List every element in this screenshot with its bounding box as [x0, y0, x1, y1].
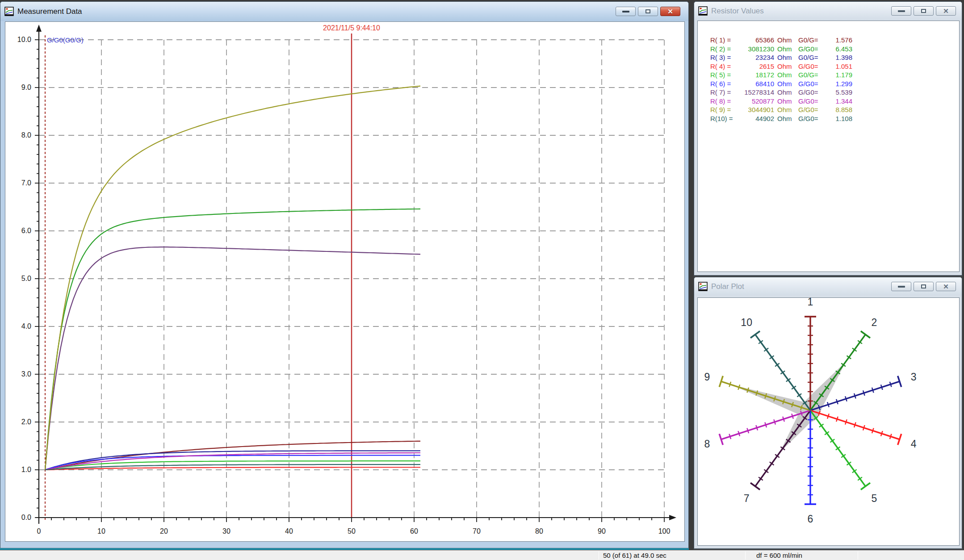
minimize-button[interactable] — [891, 282, 911, 291]
ratio-label: G/G0= — [794, 115, 826, 122]
resistor-client-area: R( 1) =65366OhmG0/G=1.576R( 2) =3081230O… — [697, 21, 960, 272]
minimize-icon — [898, 10, 905, 12]
polar-arm-4 — [810, 410, 901, 445]
resistance-value: 3044901 — [733, 106, 774, 113]
y-tick-label: 0.0 — [21, 514, 31, 521]
arm-label-2: 2 — [871, 317, 877, 328]
resistance-value: 44902 — [733, 115, 774, 122]
resistance-value: 3081230 — [733, 45, 774, 53]
arm-end-cap — [750, 331, 760, 338]
maximize-button[interactable] — [914, 6, 934, 16]
ratio-value: 1.051 — [826, 63, 852, 70]
resistor-row-2: R( 2) =3081230OhmG/G0=6.453 — [710, 45, 959, 54]
resistor-row-3: R( 3) =23234OhmG0/G=1.398 — [710, 53, 959, 62]
arm-label-7: 7 — [744, 493, 750, 504]
grid-lines — [39, 40, 666, 518]
ratio-label: G/G0= — [794, 97, 826, 105]
ratio-value: 8.858 — [826, 106, 852, 113]
resistor-row-9: R( 9) =3044901OhmG/G0=8.858 — [710, 105, 959, 114]
y-tick-label: 10.0 — [17, 36, 31, 43]
x-tick-label: 70 — [473, 527, 481, 535]
resistor-row-6: R( 6) =68410OhmG/G0=1.299 — [710, 79, 959, 88]
measurement-data-window: Measurement Data ✕ 010203040506070809010… — [0, 1, 689, 548]
maximize-button[interactable] — [638, 7, 658, 16]
arm-label-8: 8 — [704, 438, 710, 450]
ratio-label: G0/G= — [794, 54, 826, 61]
resistance-unit: Ohm — [774, 36, 794, 44]
resistance-unit: Ohm — [774, 115, 794, 122]
app-chart-icon — [4, 7, 14, 16]
axis-ticks — [35, 40, 664, 522]
resistor-label: R( 1) = — [710, 36, 733, 44]
resistor-row-1: R( 1) =65366OhmG0/G=1.576 — [710, 36, 959, 45]
y-tick-label: 5.0 — [21, 275, 31, 282]
resistance-value: 520877 — [733, 97, 774, 105]
polar-arm-7 — [750, 410, 810, 490]
ratio-value: 1.108 — [826, 115, 852, 122]
status-separator — [745, 552, 746, 560]
polar-titlebar[interactable]: Polar Plot ✕ — [694, 277, 962, 296]
maximize-button[interactable] — [914, 282, 934, 291]
close-button[interactable]: ✕ — [936, 282, 956, 291]
app-chart-icon — [698, 282, 708, 291]
y-tick-label: 4.0 — [21, 322, 31, 330]
resistance-value: 68410 — [733, 80, 774, 88]
ratio-value: 1.576 — [826, 36, 852, 44]
resistor-label: R( 8) = — [710, 97, 733, 105]
resistance-value: 15278314 — [733, 88, 774, 96]
minimize-button[interactable] — [616, 7, 636, 16]
y-tick-label: 6.0 — [21, 227, 31, 234]
ratio-label: G/G0= — [794, 80, 826, 88]
resistance-value: 23234 — [733, 54, 774, 61]
measurement-chart[interactable]: 01020304050607080901000.01.02.03.04.05.0… — [5, 22, 685, 542]
status-separator — [858, 552, 858, 560]
resistance-unit: Ohm — [774, 106, 794, 113]
resistor-label: R( 9) = — [710, 106, 733, 113]
ratio-label: G0/G= — [794, 36, 826, 44]
minimize-icon — [898, 286, 905, 288]
arm-label-9: 9 — [704, 371, 710, 383]
polar-arm-5 — [810, 410, 870, 490]
resistor-label: R( 6) = — [710, 80, 733, 88]
window-title: Polar Plot — [711, 282, 744, 291]
resistor-label: R( 4) = — [710, 63, 733, 70]
polar-plot-window: Polar Plot ✕ 12345678910 — [694, 277, 962, 549]
resistor-values-window: Resistor Values ✕ R( 1) =65366OhmG0/G=1.… — [694, 1, 962, 276]
y-tick-label: 1.0 — [21, 466, 31, 473]
close-button[interactable]: ✕ — [936, 6, 956, 16]
minimize-button[interactable] — [891, 6, 911, 16]
resistor-row-7: R( 7) =15278314OhmG/G0=5.539 — [710, 88, 959, 97]
maximize-icon — [921, 284, 926, 288]
resistance-unit: Ohm — [774, 80, 794, 88]
x-tick-label: 30 — [222, 527, 231, 535]
close-button[interactable]: ✕ — [660, 7, 680, 16]
y-tick-label: 3.0 — [21, 370, 31, 378]
x-tick-label: 0 — [37, 527, 41, 535]
resistor-row-10: R(10) =44902OhmG/G0=1.108 — [710, 114, 959, 123]
ratio-value: 1.299 — [826, 80, 852, 88]
status-sample-position: 50 (of 61) at 49.0 sec — [603, 552, 666, 559]
resistor-row-8: R( 8) =520877OhmG/G0=1.344 — [710, 97, 959, 106]
resistance-unit: Ohm — [774, 71, 794, 79]
app-chart-icon — [698, 6, 708, 16]
ratio-label: G/G0= — [794, 45, 826, 53]
minimize-icon — [622, 11, 629, 13]
arm-end-cap — [750, 483, 760, 489]
ratio-value: 5.539 — [826, 88, 852, 96]
resistance-value: 2615 — [733, 63, 774, 70]
x-tick-label: 60 — [410, 527, 418, 535]
status-flow-rate: df = 600 ml/min — [756, 552, 802, 559]
arm-end-cap — [861, 483, 870, 489]
chart-client-area: 01020304050607080901000.01.02.03.04.05.0… — [5, 21, 685, 542]
ratio-value: 1.344 — [826, 97, 852, 105]
x-tick-label: 90 — [598, 527, 606, 535]
arm-label-6: 6 — [808, 513, 813, 525]
polar-chart[interactable]: 12345678910 — [698, 298, 960, 546]
resistor-titlebar[interactable]: Resistor Values ✕ — [694, 2, 962, 20]
measurement-titlebar[interactable]: Measurement Data ✕ — [0, 2, 688, 21]
resistance-unit: Ohm — [774, 97, 794, 105]
arm-label-5: 5 — [871, 493, 877, 504]
resistor-label: R( 2) = — [710, 45, 733, 53]
timestamp-annotation: 2021/11/5 9:44:10 — [323, 24, 380, 32]
close-icon: ✕ — [943, 283, 949, 290]
